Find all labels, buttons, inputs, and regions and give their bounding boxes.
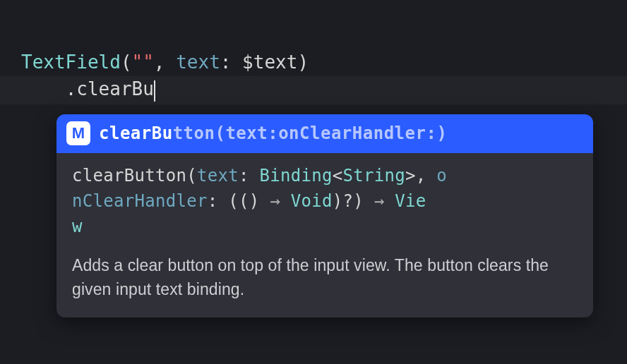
token-arg-label: text [176,51,220,73]
sig-punc: (( [228,191,249,211]
autocomplete-selected-row[interactable]: M clearButton(text:onClearHandler:) [56,114,593,153]
token-punc: , [154,51,176,73]
sig-punc: )? [333,191,354,211]
token-punc: ) [297,51,309,73]
code-editor[interactable]: TextField("", text: $text) .clearBu M cl… [0,0,627,102]
sig-punc: : [208,191,229,211]
token-variable: text [253,51,298,73]
sig-type: Vie [395,191,426,211]
sig-punc [385,191,395,211]
current-line-highlight [0,76,627,104]
sig-punc [280,191,291,211]
sig-type: Void [291,191,333,211]
arrow-icon: → [270,191,280,211]
sig-type: String [343,166,406,186]
method-badge-icon: M [66,121,90,145]
autocomplete-doc: Adds a clear button on top of the input … [56,246,593,317]
sig-punc: < [333,166,343,186]
sig-name: clearButton [72,166,186,186]
token-string: "" [132,51,154,73]
sig-punc: ( [186,166,197,186]
code-line-1[interactable]: TextField("", text: $text) [21,49,627,76]
autocomplete-signature: clearButton(text: Binding<String>, onCle… [56,153,593,246]
token-punc: ( [121,51,132,73]
sig-label: o [436,166,447,186]
arrow-icon: → [374,191,385,211]
sig-label: nClearHandler [72,191,208,211]
sig-type: w [72,217,83,236]
token-binding-prefix: $ [242,51,253,73]
token-type: TextField [21,51,121,73]
sig-punc: , [416,166,437,186]
sig-punc: > [405,166,416,186]
autocomplete-match-text: clearBu [99,123,173,143]
sig-punc: ) [249,191,270,211]
sig-punc: : [239,166,260,186]
autocomplete-popup: M clearButton(text:onClearHandler:) clea… [56,114,593,317]
sig-label: text [197,166,239,186]
autocomplete-selected-text: clearButton(text:onClearHandler:) [99,121,447,146]
sig-punc: ) [353,191,374,211]
token-punc: : [220,51,242,73]
autocomplete-rest-text: tton(text:onClearHandler:) [173,123,448,143]
sig-type: Binding [260,166,333,186]
